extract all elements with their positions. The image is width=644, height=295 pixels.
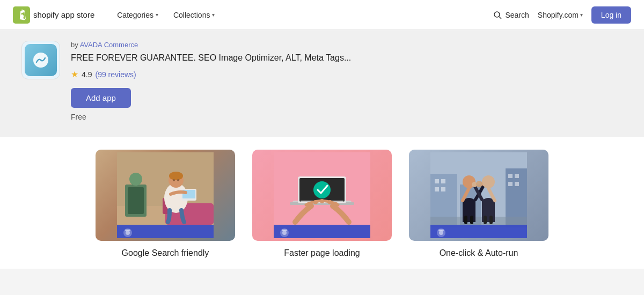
developer-link[interactable]: AVADA Commerce: [80, 41, 138, 49]
nav-right: Search Shopify.com ▾ Log in: [493, 6, 631, 24]
svg-rect-63: [438, 230, 444, 231]
add-app-button[interactable]: Add app: [71, 88, 131, 108]
feature-illustration-3: [430, 152, 527, 238]
shopify-logo-icon: [13, 6, 30, 24]
star-icon: ★: [71, 69, 78, 79]
collections-chevron-icon: ▾: [212, 12, 215, 18]
feature-title-2: Faster page loading: [284, 248, 360, 258]
feature-image-bg-2: [252, 150, 392, 241]
feature-card-2: Faster page loading: [252, 150, 392, 258]
svg-point-12: [177, 179, 179, 181]
feature-illustration-2: [274, 152, 370, 238]
app-card-section: by AVADA Commerce FREE FOREVER GUARANTEE…: [0, 30, 644, 137]
price-label: Free: [71, 113, 86, 121]
app-icon-inner: [25, 44, 57, 76]
svg-rect-45: [441, 187, 445, 191]
svg-rect-16: [128, 187, 144, 214]
feature-image-2: [252, 150, 392, 241]
svg-rect-43: [441, 179, 445, 183]
shopify-com-chevron-icon: ▾: [580, 12, 583, 18]
svg-rect-46: [508, 174, 513, 178]
logo-link[interactable]: shopify app store: [13, 6, 94, 24]
svg-point-62: [439, 231, 443, 235]
search-button[interactable]: Search: [493, 11, 529, 19]
svg-rect-59: [489, 216, 493, 224]
rating-value: 4.9: [82, 70, 92, 79]
svg-rect-49: [515, 182, 519, 186]
svg-point-36: [282, 231, 287, 235]
reviews-link[interactable]: (99 reviews): [95, 70, 136, 79]
features-grid: Google Search friendly: [43, 150, 601, 258]
svg-rect-37: [282, 230, 287, 231]
login-button[interactable]: Log in: [591, 6, 631, 24]
shopify-com-link[interactable]: Shopify.com ▾: [538, 11, 583, 19]
svg-point-30: [313, 200, 318, 204]
svg-point-53: [482, 175, 495, 188]
svg-point-11: [173, 179, 175, 181]
feature-card-3: One-click & Auto-run: [409, 150, 548, 258]
svg-rect-21: [125, 230, 130, 231]
svg-line-2: [499, 17, 501, 19]
feature-title-3: One-click & Auto-run: [440, 248, 518, 258]
feature-card-1: Google Search friendly: [96, 150, 235, 258]
svg-rect-47: [515, 174, 519, 178]
app-logo-icon: [31, 50, 50, 70]
search-icon: [493, 11, 502, 19]
svg-point-17: [129, 173, 142, 186]
svg-point-27: [313, 181, 331, 198]
svg-rect-48: [508, 182, 513, 186]
svg-point-55: [476, 181, 482, 187]
svg-point-1: [494, 12, 500, 17]
feature-image-bg-1: [96, 150, 235, 241]
svg-rect-44: [435, 187, 439, 191]
logo-text: shopify app store: [33, 10, 94, 19]
svg-rect-56: [464, 216, 467, 224]
categories-chevron-icon: ▾: [156, 12, 158, 18]
svg-point-10: [169, 172, 183, 180]
rating-row: ★ 4.9 (99 reviews): [71, 69, 623, 79]
svg-rect-58: [484, 216, 487, 224]
app-icon: [21, 41, 60, 79]
app-info: by AVADA Commerce FREE FOREVER GUARANTEE…: [71, 41, 623, 122]
features-section: Google Search friendly: [0, 137, 644, 269]
nav-links: Categories ▾ Collections ▾: [112, 8, 476, 23]
svg-rect-57: [470, 216, 473, 224]
collections-nav-link[interactable]: Collections ▾: [168, 8, 220, 23]
svg-point-31: [320, 199, 324, 203]
feature-illustration-1: [117, 152, 214, 238]
svg-rect-42: [435, 179, 439, 183]
feature-image-1: [96, 150, 235, 241]
feature-image-bg-3: [409, 150, 548, 241]
categories-nav-link[interactable]: Categories ▾: [112, 8, 164, 23]
app-by: by AVADA Commerce: [71, 41, 623, 49]
feature-title-1: Google Search friendly: [122, 248, 209, 258]
navbar: shopify app store Categories ▾ Collectio…: [0, 0, 644, 30]
app-description: FREE FOREVER GUARANTEE. SEO Image Optimi…: [71, 52, 623, 64]
feature-image-3: [409, 150, 548, 241]
svg-point-20: [126, 231, 130, 235]
